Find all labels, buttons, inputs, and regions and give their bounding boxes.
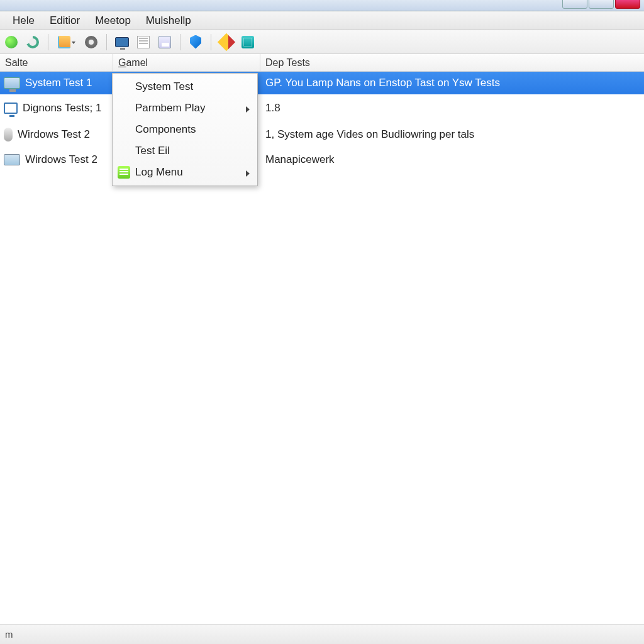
play-icon [5,36,18,48]
refresh-icon [26,36,39,48]
row-name: System Test 1 [25,77,92,89]
monitor-icon [4,103,18,114]
toolbar-stack-dropdown[interactable] [55,33,79,51]
computer-icon [4,154,20,165]
toolbar-save-button[interactable] [156,33,174,51]
context-item-log-menu[interactable]: Log Menu [114,162,256,183]
menu-editior[interactable]: Editior [42,12,87,30]
list-row-wirdows-test-2a[interactable]: Wirdows Test 2 1, System age Vides on Bu… [0,123,644,146]
row-name: Dignons Tests; 1 [23,102,101,114]
column-headers: Salte Gamel Dep Tests [0,54,644,72]
toolbar-refresh-button[interactable] [24,33,42,51]
submenu-arrow-icon [246,170,250,177]
column-header-gamel[interactable]: Gamel [113,54,260,71]
context-item-test-eil[interactable]: Test Eil [114,140,256,162]
microphone-icon [4,128,13,142]
status-bar: m [0,624,644,644]
row-dep: Manapicewerk [260,153,644,166]
list-row-wirdows-test-2b[interactable]: Wirdows Test 2 Manapicewerk [0,148,644,171]
menu-hele[interactable]: Hele [5,12,42,30]
context-item-system-test[interactable]: System Test [114,76,256,97]
toolbar-panel-button[interactable] [239,33,257,51]
row-dep: 1.8 [260,102,644,114]
toolbar-settings-button[interactable] [82,33,100,51]
toolbar-separator [211,34,211,50]
toolbar-doc-button[interactable] [135,33,152,51]
stack-icon [58,36,70,48]
row-name: Wirdows Test 2 [18,128,90,141]
menu-mulshellp[interactable]: Mulshellp [138,12,199,30]
column-header-gamel-accel: G [118,57,126,68]
context-item-label: Components [135,123,196,136]
list-row-dignons-tests-1[interactable]: Dignons Tests; 1 1.8 [0,97,644,119]
toolbar [0,30,644,54]
toolbar-monitor-button[interactable] [113,33,131,51]
document-icon [137,36,150,48]
save-icon [158,36,171,48]
context-item-components[interactable]: Components [114,119,256,140]
toolbar-separator [180,34,180,50]
window-minimize-button[interactable] [562,0,587,9]
list-row-system-test-1[interactable]: System Test 1 GP. You Lamp Nans on Ensto… [0,72,644,94]
context-item-label: System Test [135,80,193,93]
log-icon [118,166,130,179]
column-header-dep-tests[interactable]: Dep Tests [260,54,644,71]
context-menu: System Test Parmbem Play Components Test… [112,73,258,186]
app-window: Hele Editior Meetop Mulshellp Salte Game… [0,0,644,644]
titlebar [0,0,644,11]
context-item-label: Parmbem Play [135,102,205,114]
toolbar-run-button[interactable] [3,33,20,51]
window-close-button[interactable] [615,0,640,9]
column-header-salte[interactable]: Salte [0,54,113,71]
toolbar-edit-button[interactable] [218,33,235,51]
status-text: m [5,629,13,640]
pencil-icon [218,33,235,50]
context-item-parmbem-play[interactable]: Parmbem Play [114,97,256,119]
menubar: Hele Editior Meetop Mulshellp [0,11,644,30]
row-name: Wirdows Test 2 [25,153,97,166]
gear-icon [85,36,97,48]
row-dep: 1, System age Vides on Budliowring per t… [260,128,644,141]
row-dep: GP. You Lamp Nans on Enstop Tast on Ysw … [260,77,644,89]
monitor-icon [115,37,129,47]
submenu-arrow-icon [246,106,250,113]
computer-icon [4,77,20,89]
menu-meetop[interactable]: Meetop [87,12,138,30]
window-maximize-button[interactable] [589,0,614,9]
toolbar-separator [48,34,48,50]
panel-icon [242,36,254,48]
toolbar-shield-button[interactable] [187,33,204,51]
shield-icon [190,35,201,49]
column-header-gamel-rest: amel [126,57,148,68]
toolbar-separator [106,34,107,50]
context-item-label: Log Menu [135,166,183,179]
context-item-label: Test Eil [135,145,170,157]
list-area: System Test 1 GP. You Lamp Nans on Ensto… [0,72,644,624]
